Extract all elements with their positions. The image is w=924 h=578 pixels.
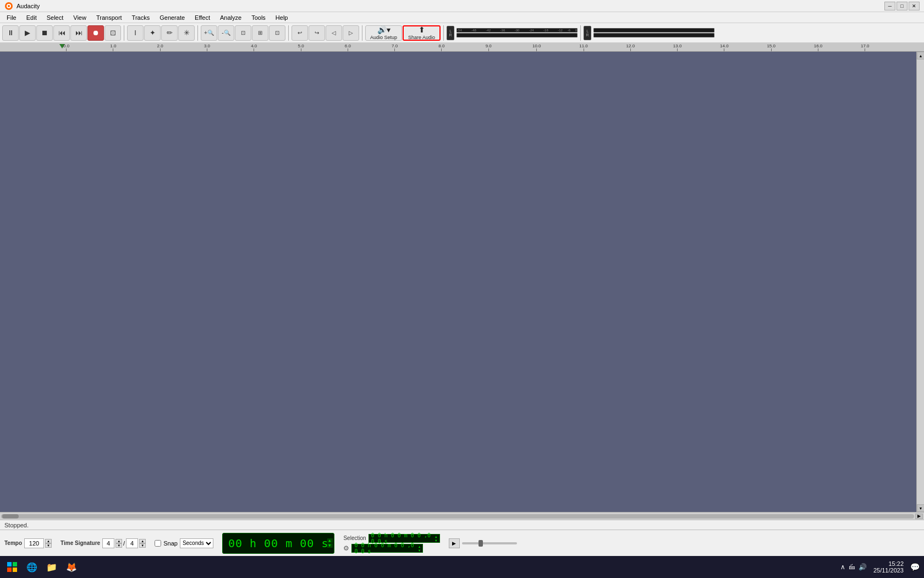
undo-zoom-button[interactable]: ↩	[292, 25, 308, 41]
sel-end-up[interactable]: ▲	[419, 544, 421, 548]
stop-button[interactable]: ⏹	[36, 25, 53, 41]
redo-zoom-button[interactable]: ↪	[309, 25, 325, 41]
audio-setup-label: Audio Setup	[370, 35, 397, 40]
ruler-mark: 12.0	[626, 43, 635, 51]
menu-item-select[interactable]: Select	[42, 13, 68, 22]
menu-item-view[interactable]: View	[69, 13, 91, 22]
play-button[interactable]: ▶	[19, 25, 36, 41]
skip-fwd-button[interactable]: ⏭	[70, 25, 87, 41]
sel-start-down[interactable]: ▼	[435, 538, 437, 542]
prev-button[interactable]: ◁	[326, 25, 342, 41]
svg-rect-5	[7, 568, 12, 572]
fit-project-button[interactable]: ⊡	[235, 25, 251, 41]
selection-end-display: 0 0 h 0 0 m 0 0 ,0 0 0 s ▲ ▼	[351, 544, 423, 553]
start-button[interactable]	[4, 559, 20, 575]
share-audio-button[interactable]: ⬆ Share Audio	[403, 25, 441, 41]
timecode-up[interactable]: ▲	[327, 538, 333, 543]
ruler-mark: 0.0	[63, 43, 69, 51]
menu-item-tools[interactable]: Tools	[247, 13, 270, 22]
horizontal-scrollbar[interactable]: ▶	[0, 512, 924, 520]
menu-item-file[interactable]: File	[2, 13, 21, 22]
select-tool-button[interactable]: I	[127, 25, 144, 41]
systray-speaker[interactable]: 🔊	[859, 563, 867, 571]
ruler-mark: 7.0	[392, 43, 398, 51]
audio-setup-button[interactable]: 🔊▾ Audio Setup	[365, 25, 402, 41]
time-sig-denominator[interactable]	[126, 538, 138, 548]
notification-icon[interactable]: 💬	[910, 563, 920, 571]
ruler: 0.01.02.03.04.05.06.07.08.09.010.011.012…	[0, 43, 924, 52]
ruler-mark: 5.0	[298, 43, 304, 51]
svg-point-2	[8, 5, 10, 7]
record-button[interactable]: ⏺	[87, 25, 104, 41]
star-tool-button[interactable]: ✳	[178, 25, 195, 41]
menu-item-analyze[interactable]: Analyze	[216, 13, 246, 22]
vertical-scrollbar[interactable]: ▲ ▼	[916, 52, 924, 512]
hscroll-thumb[interactable]	[2, 514, 19, 519]
time-sig-numerator[interactable]	[102, 538, 114, 548]
taskbar-app-icon[interactable]: 🦊	[64, 559, 79, 575]
snap-unit-select[interactable]: Seconds	[180, 538, 213, 548]
systray-chevron[interactable]: ∧	[840, 563, 845, 571]
vscroll-track	[917, 59, 924, 504]
multi-tool-button[interactable]: ✦	[144, 25, 161, 41]
ruler-mark: 4.0	[251, 43, 257, 51]
time-sig-num-up[interactable]: ▲	[116, 539, 122, 543]
tempo-input[interactable]	[24, 538, 44, 548]
hscroll-right-btn[interactable]: ▶	[915, 514, 923, 519]
time-sig-display: ▲ ▼ / ▲ ▼	[102, 538, 146, 548]
tempo-display: ▲ ▼	[24, 538, 52, 548]
timecode-value: 00 h 00 m 00 s	[228, 537, 329, 550]
tempo-up[interactable]: ▲	[45, 539, 52, 543]
playback-play-button[interactable]: ▶	[449, 538, 460, 548]
output-meter-button[interactable]: L R	[584, 26, 591, 40]
taskbar-files-icon[interactable]: 📁	[44, 559, 59, 575]
vscroll-up[interactable]: ▲	[917, 52, 924, 59]
close-button[interactable]: ✕	[909, 2, 920, 10]
time-sig-den-spinner: ▲ ▼	[139, 539, 146, 548]
menu-item-effect[interactable]: Effect	[190, 13, 215, 22]
playback-speed-slider[interactable]	[462, 542, 517, 544]
svg-rect-3	[7, 562, 12, 566]
input-lr-label: L	[449, 29, 452, 33]
menu-item-transport[interactable]: Transport	[92, 13, 127, 22]
pause-button[interactable]: ⏸	[2, 25, 19, 41]
loop-button[interactable]: ⊡	[105, 25, 121, 41]
maximize-button[interactable]: □	[897, 2, 908, 10]
fit-vertical-button[interactable]: ⊞	[252, 25, 268, 41]
next-button[interactable]: ▷	[343, 25, 359, 41]
menu-item-generate[interactable]: Generate	[155, 13, 189, 22]
input-r-label: R	[449, 33, 452, 37]
bottom-toolbar: Tempo ▲ ▼ Time Signature ▲ ▼ / ▲ ▼	[0, 530, 924, 556]
separator-2	[197, 25, 198, 41]
vscroll-down[interactable]: ▼	[917, 504, 924, 512]
system-tray: ∧ 🖮 🔊	[840, 563, 867, 571]
separator-6	[580, 25, 581, 41]
zoom-sel-button[interactable]: ⊡	[269, 25, 285, 41]
time-sig-num-down[interactable]: ▼	[116, 543, 122, 548]
sel-gear-icon[interactable]: ⚙	[343, 544, 349, 552]
zoom-in-button[interactable]: +🔍	[201, 25, 217, 41]
timecode-down[interactable]: ▼	[327, 543, 333, 548]
menu-bar: FileEditSelectViewTransportTracksGenerat…	[0, 12, 924, 23]
snap-label: Snap	[163, 540, 178, 547]
skip-back-button[interactable]: ⏮	[53, 25, 70, 41]
time-sig-den-up[interactable]: ▲	[139, 539, 146, 543]
tempo-down[interactable]: ▼	[45, 543, 52, 548]
draw-tool-button[interactable]: ✏	[161, 25, 178, 41]
minimize-button[interactable]: ─	[884, 2, 895, 10]
sel-start-up[interactable]: ▲	[435, 535, 437, 538]
time-sig-den-down[interactable]: ▼	[139, 543, 146, 548]
input-meter-button[interactable]: L R	[447, 26, 454, 40]
snap-checkbox[interactable]	[155, 540, 161, 547]
selection-end-value: 0 0 h 0 0 m 0 0 ,0 0 0 s	[354, 542, 417, 554]
zoom-out-button[interactable]: -🔍	[218, 25, 234, 41]
taskbar-clock[interactable]: 15:22 25/11/2023	[873, 560, 904, 574]
menu-item-tracks[interactable]: Tracks	[128, 13, 155, 22]
tempo-spinner: ▲ ▼	[45, 539, 52, 548]
time-sig-group: Time Signature ▲ ▼ / ▲ ▼	[61, 538, 146, 548]
menu-item-help[interactable]: Help	[271, 13, 293, 22]
sel-end-down[interactable]: ▼	[419, 548, 421, 552]
menu-item-edit[interactable]: Edit	[22, 13, 41, 22]
taskbar-browser-icon[interactable]: 🌐	[24, 559, 40, 575]
status-text: Stopped.	[4, 522, 29, 528]
